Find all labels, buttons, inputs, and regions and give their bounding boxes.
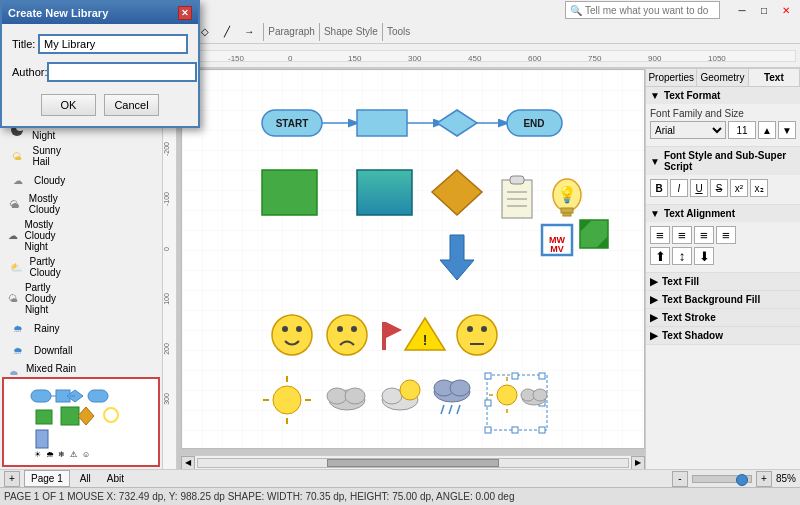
dialog-buttons: OK Cancel (12, 90, 188, 116)
dialog-close-btn[interactable]: ✕ (178, 6, 192, 20)
cancel-button[interactable]: Cancel (104, 94, 159, 116)
dialog-body: Title: Author: OK Cancel (2, 24, 198, 126)
title-input[interactable] (38, 34, 188, 54)
create-library-dialog: Create New Library ✕ Title: Author: OK C… (0, 0, 200, 128)
author-input[interactable] (47, 62, 197, 82)
ok-button[interactable]: OK (41, 94, 96, 116)
author-field-row: Author: (12, 62, 188, 82)
title-field-row: Title: (12, 34, 188, 54)
dialog-title-bar: Create New Library ✕ (2, 2, 198, 24)
title-label: Title: (12, 38, 38, 50)
author-label: Author: (12, 66, 47, 78)
dialog-overlay: Create New Library ✕ Title: Author: OK C… (0, 0, 800, 505)
dialog-title-text: Create New Library (8, 7, 108, 19)
